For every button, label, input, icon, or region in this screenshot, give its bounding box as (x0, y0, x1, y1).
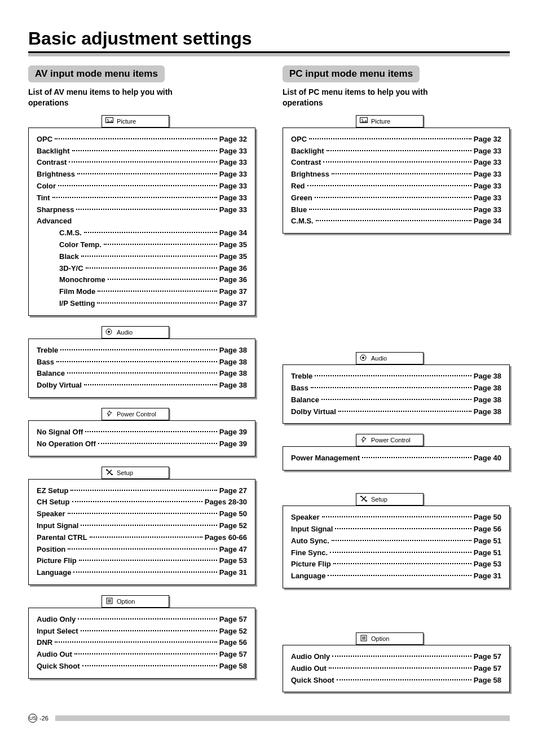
menu-item: BalancePage 38 (291, 394, 501, 406)
menu-item-page: Page 38 (219, 345, 247, 357)
menu-item-label: Picture Flip (37, 555, 77, 567)
menu-item-page: Page 39 (219, 438, 247, 450)
menu-item-page: Page 37 (219, 298, 247, 310)
menu-item: BlackPage 35 (37, 251, 247, 263)
menu-item: ContrastPage 33 (291, 157, 501, 169)
leader-dots (67, 372, 217, 373)
group-tab: Audio (102, 326, 169, 339)
menu-item-page: Page 38 (219, 357, 247, 368)
menu-item: Color Temp.Page 35 (37, 239, 247, 251)
leader-dots (74, 653, 217, 654)
menu-item-page: Pages 60-66 (205, 532, 247, 544)
leader-dots (81, 525, 217, 526)
svg-rect-15 (365, 500, 367, 502)
svg-point-3 (108, 331, 110, 333)
leader-dots (338, 411, 471, 412)
menu-item-page: Pages 28-30 (205, 496, 247, 508)
menu-item-page: Page 58 (474, 675, 501, 687)
group-panel: Audio OnlyPage 57Input SelectPage 52DNRP… (28, 608, 255, 679)
picture-icon (105, 117, 113, 125)
menu-item: I/P SettingPage 37 (37, 298, 247, 310)
menu-item: CH SetupPages 28-30 (37, 496, 247, 508)
section-subtitle: List of AV menu items to help you with o… (28, 87, 197, 108)
leader-dots (85, 431, 217, 432)
leader-dots (311, 387, 471, 388)
menu-item: Audio OutPage 57 (37, 649, 247, 661)
menu-item-label: No Signal Off (37, 427, 83, 438)
menu-item-label: Monochrome (59, 274, 105, 286)
menu-item-label: Film Mode (59, 286, 95, 298)
menu-item-page: Page 52 (219, 626, 247, 638)
group-panel: TreblePage 38BassPage 38BalancePage 38Do… (28, 339, 255, 398)
menu-item-page: Page 33 (219, 204, 247, 216)
menu-item-page: Page 57 (474, 651, 501, 663)
section-header: PC input mode menu items (283, 65, 420, 82)
group-tab: Picture (102, 115, 169, 128)
menu-item: Input SignalPage 56 (291, 524, 501, 535)
menu-item-page: Page 39 (219, 427, 247, 438)
leader-dots (362, 457, 471, 458)
leader-dots (68, 548, 217, 550)
leader-dots (68, 513, 217, 514)
group-tab-label: Option (371, 635, 389, 642)
menu-item-label: Position (37, 544, 65, 556)
menu-item: No Operation OffPage 39 (37, 438, 247, 450)
menu-item: TintPage 33 (37, 192, 247, 204)
menu-item: PositionPage 47 (37, 544, 247, 556)
leader-dots (52, 197, 217, 198)
menu-item: Parental CTRLPages 60-66 (37, 532, 247, 544)
leader-dots (70, 490, 217, 491)
menu-item-label: Tint (37, 192, 50, 204)
menu-item: OPCPage 32 (37, 134, 247, 146)
menu-item-page: Page 33 (219, 181, 247, 192)
menu-item-label: Brightness (37, 169, 75, 181)
page-columns: AV input mode menu itemsList of AV menu … (28, 65, 510, 702)
menu-item-page: Page 50 (219, 508, 247, 520)
menu-item: LanguagePage 31 (291, 570, 501, 582)
menu-item-page: Page 33 (219, 192, 247, 204)
leader-dots (108, 279, 217, 280)
menu-item-page: Page 53 (219, 555, 247, 567)
menu-item: BrightnessPage 33 (291, 169, 501, 181)
group-subhead: Advanced (37, 216, 247, 227)
menu-item-label: Input Select (37, 626, 78, 638)
menu-item-page: Page 33 (219, 146, 247, 157)
menu-item-label: Fine Sync. (291, 547, 328, 559)
menu-item: RedPage 33 (291, 181, 501, 192)
leader-dots (86, 267, 217, 269)
leader-dots (72, 501, 202, 502)
leader-dots (73, 572, 217, 573)
leader-dots (69, 161, 217, 162)
group-tab: Audio (356, 352, 424, 364)
picture-icon (360, 117, 368, 125)
menu-item-page: Page 32 (474, 134, 501, 146)
menu-item-page: Page 56 (219, 637, 247, 649)
menu-item-label: Audio Only (291, 651, 330, 663)
svg-rect-4 (106, 469, 108, 471)
leader-dots (76, 209, 217, 210)
menu-item-page: Page 57 (219, 614, 247, 626)
group-tab-label: Power Control (117, 411, 156, 417)
group-tab-label: Setup (117, 469, 133, 476)
group-tab: Picture (356, 115, 424, 128)
menu-item-label: Language (291, 570, 325, 582)
svg-point-11 (361, 119, 363, 120)
menu-item-label: Bass (291, 383, 308, 394)
menu-item-page: Page 56 (474, 524, 501, 535)
menu-item-label: I/P Setting (59, 298, 95, 310)
leader-dots (309, 209, 471, 210)
leader-dots (309, 138, 471, 139)
power-icon (105, 410, 113, 418)
group-tab-label: Audio (117, 329, 133, 336)
menu-item-label: EZ Setup (37, 485, 68, 497)
menu-item: BalancePage 38 (37, 368, 247, 380)
menu-item-page: Page 31 (474, 570, 501, 582)
menu-item: Audio OnlyPage 57 (37, 614, 247, 626)
menu-item-page: Page 35 (219, 239, 247, 251)
menu-item-label: Blue (291, 204, 307, 216)
leader-dots (84, 232, 217, 233)
menu-item-label: 3D-Y/C (59, 263, 83, 275)
menu-item: BacklightPage 33 (291, 146, 501, 157)
menu-item: Quick ShootPage 58 (37, 661, 247, 673)
menu-item: Power ManagementPage 40 (291, 452, 501, 464)
